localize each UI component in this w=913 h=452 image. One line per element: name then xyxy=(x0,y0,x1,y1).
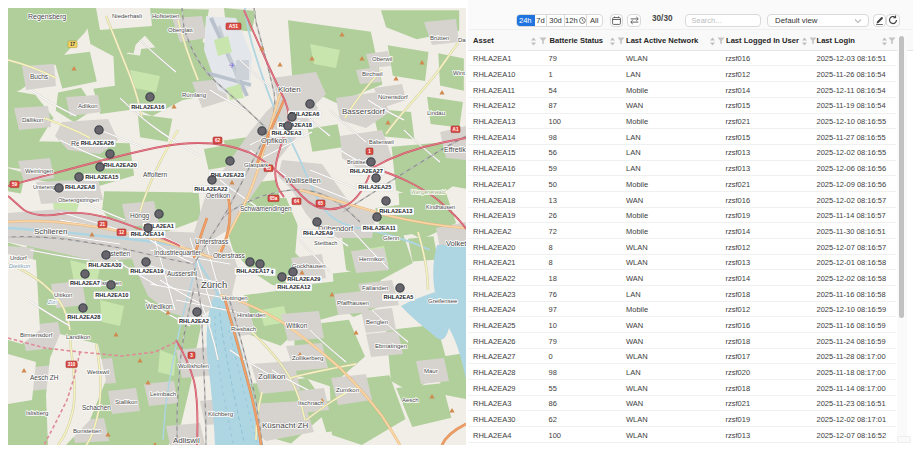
svg-text:Höngg: Höngg xyxy=(130,212,150,220)
svg-text:RHLA2EA25: RHLA2EA25 xyxy=(358,184,391,190)
svg-text:Wiedikon: Wiedikon xyxy=(146,303,173,310)
svg-text:RHLA2EA8: RHLA2EA8 xyxy=(65,184,95,190)
svg-text:Kilchberg: Kilchberg xyxy=(208,411,233,417)
svg-text:Dällikon: Dällikon xyxy=(22,117,43,123)
svg-text:Stallikon: Stallikon xyxy=(115,399,138,405)
svg-text:RHLA2EA30: RHLA2EA30 xyxy=(88,262,121,268)
svg-text:Witikon: Witikon xyxy=(286,322,308,329)
svg-text:RHLA2EA17: RHLA2EA17 xyxy=(236,268,269,274)
svg-text:Aesch: Aesch xyxy=(402,397,419,403)
svg-text:Opfikon: Opfikon xyxy=(261,136,287,145)
svg-text:Brütten: Brütten xyxy=(430,35,449,41)
svg-text:65: 65 xyxy=(318,201,324,206)
svg-text:Da: Da xyxy=(458,37,466,43)
svg-text:Adlikon: Adlikon xyxy=(78,103,98,109)
svg-text:Maur: Maur xyxy=(424,368,438,374)
svg-text:Küsnacht ZH: Küsnacht ZH xyxy=(262,421,308,430)
svg-text:Affoltern: Affoltern xyxy=(143,171,167,178)
svg-text:21: 21 xyxy=(100,222,106,227)
svg-text:Untereng: Untereng xyxy=(33,184,56,190)
svg-text:Oberengstringen: Oberengstringen xyxy=(58,197,99,203)
svg-text:Schlieren: Schlieren xyxy=(34,227,67,236)
svg-text:17: 17 xyxy=(70,42,76,47)
svg-text:Oberglatt: Oberglatt xyxy=(168,27,193,33)
svg-text:Hermikon: Hermikon xyxy=(359,256,385,262)
svg-text:Fällanden: Fällanden xyxy=(362,285,388,291)
svg-text:RHLA2EA3: RHLA2EA3 xyxy=(271,130,301,136)
svg-text:Wettswil: Wettswil xyxy=(87,369,109,375)
svg-text:1: 1 xyxy=(368,149,371,154)
svg-text:Greifensee: Greifensee xyxy=(428,298,458,304)
svg-text:Islisberg: Islisberg xyxy=(26,410,48,416)
svg-text:Bonstetten: Bonstetten xyxy=(73,428,102,434)
svg-text:Birmensdorf: Birmensdorf xyxy=(20,332,53,338)
svg-text:RHLA2EA29: RHLA2EA29 xyxy=(287,276,320,282)
svg-text:RHLA2EA11: RHLA2EA11 xyxy=(363,225,396,231)
svg-text:Aussersihl: Aussersihl xyxy=(167,270,198,277)
svg-text:RHLA2EA27: RHLA2EA27 xyxy=(350,168,383,174)
svg-text:Stettbach: Stettbach xyxy=(314,240,337,246)
svg-text:RHLA2EA15: RHLA2EA15 xyxy=(85,174,118,180)
svg-text:Glattpark: Glattpark xyxy=(244,162,269,168)
svg-text:RHLA2EA16: RHLA2EA16 xyxy=(131,104,164,110)
svg-text:62: 62 xyxy=(215,138,221,143)
svg-text:Nürensdorf: Nürensdorf xyxy=(378,94,408,100)
svg-text:RHLA2EA23: RHLA2EA23 xyxy=(211,172,244,178)
svg-text:Oberstrass: Oberstrass xyxy=(213,252,246,259)
svg-text:RHLA2EA10: RHLA2EA10 xyxy=(95,292,128,298)
svg-text:Regensberg: Regensberg xyxy=(28,13,66,21)
svg-text:Wollishofen: Wollishofen xyxy=(178,363,209,369)
svg-text:RHLA2EA26: RHLA2EA26 xyxy=(81,140,114,146)
svg-text:Uitikon: Uitikon xyxy=(54,292,72,298)
svg-text:Industriequartier: Industriequartier xyxy=(154,249,202,257)
svg-text:RHLA2EA9: RHLA2EA9 xyxy=(303,230,333,236)
svg-text:Aesch ZH: Aesch ZH xyxy=(30,374,59,381)
svg-text:65a: 65a xyxy=(270,196,278,201)
svg-text:RHLA2EA22: RHLA2EA22 xyxy=(194,186,227,192)
svg-text:Leimbach: Leimbach xyxy=(150,391,176,397)
svg-text:Weiningen: Weiningen xyxy=(25,168,53,174)
svg-text:Ebmatingen: Ebmatingen xyxy=(375,343,407,349)
svg-text:RHLA2EA5: RHLA2EA5 xyxy=(383,294,413,300)
svg-text:A1: A1 xyxy=(453,127,459,132)
svg-text:Landikon: Landikon xyxy=(66,334,90,340)
svg-text:RHLA2EA13: RHLA2EA13 xyxy=(379,208,412,214)
svg-text:RHLA2EA19: RHLA2EA19 xyxy=(130,268,163,274)
svg-text:RHLA2EA12: RHLA2EA12 xyxy=(277,284,310,290)
svg-text:Pfaffhausen: Pfaffhausen xyxy=(337,300,369,306)
svg-text:Niederhasli: Niederhasli xyxy=(112,13,142,19)
svg-text:Itschnach: Itschnach xyxy=(298,400,324,406)
svg-text:Effretikon: Effretikon xyxy=(444,146,466,153)
svg-text:Wint: Wint xyxy=(453,70,465,76)
svg-text:Benglen: Benglen xyxy=(366,319,388,325)
svg-text:Zürich: Zürich xyxy=(201,279,227,290)
svg-text:Wangenerwald: Wangenerwald xyxy=(411,189,447,195)
svg-text:RHLA2EA28: RHLA2EA28 xyxy=(67,314,100,320)
svg-text:Zollikerberg: Zollikerberg xyxy=(292,355,323,361)
svg-text:Wallisellen: Wallisellen xyxy=(285,176,321,185)
svg-text:Unterstrass: Unterstrass xyxy=(195,238,229,245)
svg-text:3: 3 xyxy=(190,353,193,358)
svg-text:Lindau: Lindau xyxy=(427,110,445,116)
svg-text:Hottingen: Hottingen xyxy=(222,295,248,301)
svg-text:64: 64 xyxy=(294,199,300,204)
svg-text:Oberwil: Oberwil xyxy=(372,56,392,62)
svg-text:Birchwil: Birchwil xyxy=(362,71,383,77)
svg-text:Volketswil: Volketswil xyxy=(446,239,466,248)
svg-text:Gockhausen: Gockhausen xyxy=(292,263,326,269)
svg-text:RHLA2EA2: RHLA2EA2 xyxy=(179,318,209,324)
svg-text:Züri: Züri xyxy=(47,299,58,305)
svg-text:Rümlang: Rümlang xyxy=(182,92,206,98)
svg-text:RHLA2EA7: RHLA2EA7 xyxy=(70,280,100,286)
svg-text:Hirslanden: Hirslanden xyxy=(237,312,266,318)
svg-text:RHLA2EA20: RHLA2EA20 xyxy=(104,162,137,168)
svg-text:310: 310 xyxy=(68,362,76,367)
svg-text:Zollikon: Zollikon xyxy=(258,372,286,381)
svg-text:A51: A51 xyxy=(229,23,239,29)
svg-text:Gfenn: Gfenn xyxy=(383,235,399,241)
svg-text:12: 12 xyxy=(119,230,125,235)
svg-text:Re: Re xyxy=(71,140,80,147)
svg-text:Hofstetten: Hofstetten xyxy=(152,13,179,19)
svg-text:Urdorf: Urdorf xyxy=(10,255,27,261)
svg-text:Kloten: Kloten xyxy=(278,85,301,94)
